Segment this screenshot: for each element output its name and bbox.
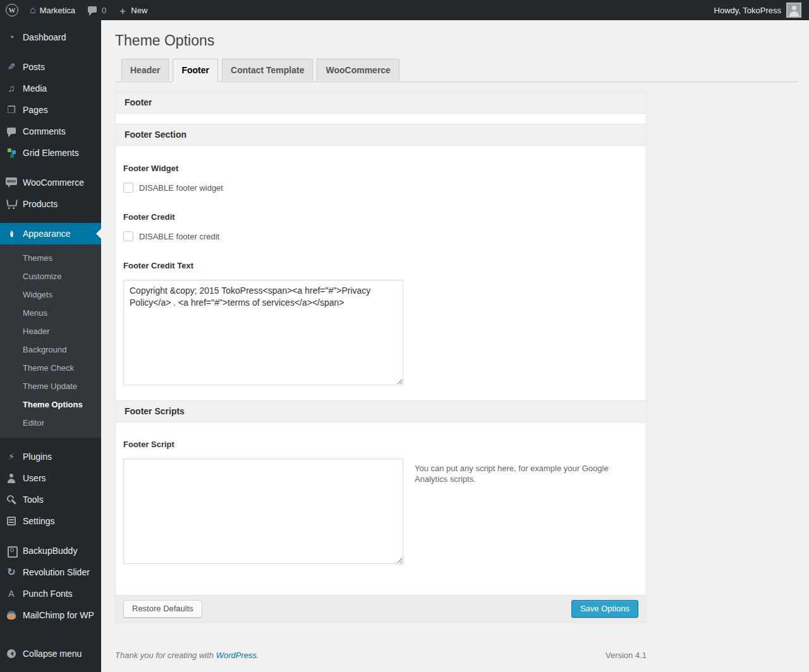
comment-bubble-icon	[87, 4, 98, 16]
sidebar-item-comments[interactable]: Comments	[0, 121, 101, 142]
disable-footer-credit-checkbox[interactable]	[123, 231, 133, 241]
page-footer: Thank you for creating with WordPress. V…	[115, 651, 647, 672]
sidebar-item-label: Grid Elements	[23, 148, 79, 158]
submenu-item-theme-options[interactable]: Theme Options	[0, 395, 101, 414]
account-menu[interactable]: Howdy, TokoPress	[714, 0, 809, 20]
appearance-icon	[6, 228, 17, 239]
sidebar-item-media[interactable]: Media	[0, 78, 101, 99]
sidebar-item-plugins[interactable]: Plugins	[0, 446, 101, 467]
tab-footer[interactable]: Footer	[173, 59, 218, 82]
sidebar-item-punch-fonts[interactable]: Punch Fonts	[0, 583, 101, 604]
restore-defaults-button[interactable]: Restore Defaults	[123, 600, 202, 618]
plus-icon: ＋	[118, 6, 127, 15]
footer-scripts-body: Footer Script You can put any script her…	[116, 440, 646, 564]
sidebar-item-label: Dashboard	[23, 32, 66, 42]
wordpress-logo-menu[interactable]: W	[0, 0, 24, 20]
footer-widget-row: DISABLE footer widget	[123, 183, 638, 193]
footer-script-label: Footer Script	[123, 440, 638, 449]
sidebar-item-settings[interactable]: Settings	[0, 510, 101, 532]
comments-count: 0	[102, 6, 106, 15]
comments-icon	[6, 126, 17, 137]
disable-footer-credit-label[interactable]: DISABLE footer credit	[139, 232, 219, 241]
site-name-menu[interactable]: ⌂ Marketica	[24, 0, 81, 20]
punchfonts-icon	[6, 588, 17, 599]
sidebar-item-dashboard[interactable]: Dashboard	[0, 27, 101, 48]
sidebar-item-users[interactable]: Users	[0, 467, 101, 489]
save-options-button[interactable]: Save Options	[571, 600, 638, 618]
tab-header[interactable]: Header	[121, 59, 169, 81]
footer-script-textarea[interactable]	[123, 459, 403, 564]
disable-footer-widget-label[interactable]: DISABLE footer widget	[139, 183, 223, 193]
submenu-row: Background	[0, 340, 101, 359]
tools-icon	[6, 494, 17, 505]
admin-sidebar: DashboardPostsMediaPagesCommentsGrid Ele…	[0, 20, 101, 672]
submenu-row: Header	[0, 322, 101, 340]
collapse-icon	[6, 648, 17, 659]
sidebar-item-posts[interactable]: Posts	[0, 56, 101, 78]
sidebar-item-label: BackupBuddy	[23, 546, 77, 556]
admin-bar: W ⌂ Marketica 0 ＋ New Howdy, TokoPress	[0, 0, 809, 20]
sidebar-item-label: Posts	[23, 62, 45, 72]
footer-credit-text-textarea[interactable]: Copyright &copy; 2015 TokoPress<span><a …	[123, 280, 403, 385]
sidebar-item-revolution-slider[interactable]: Revolution Slider	[0, 561, 101, 583]
submenu-item-themes[interactable]: Themes	[0, 249, 101, 267]
sidebar-item-grid-elements[interactable]: Grid Elements	[0, 142, 101, 164]
sidebar-item-label: WooCommerce	[23, 177, 84, 188]
appearance-submenu: ThemesCustomizeWidgetsMenusHeaderBackgro…	[0, 244, 101, 438]
panel-header-footer: Footer	[116, 92, 646, 114]
submenu-item-customize[interactable]: Customize	[0, 267, 101, 285]
footer-credit-text-label: Footer Credit Text	[123, 261, 638, 270]
submenu-item-menus[interactable]: Menus	[0, 304, 101, 322]
wordpress-link[interactable]: WordPress	[216, 651, 257, 660]
submenu-row: Widgets	[0, 285, 101, 304]
posts-icon	[6, 61, 17, 73]
sidebar-item-label: Plugins	[23, 452, 52, 462]
users-icon	[6, 472, 17, 484]
disable-footer-widget-checkbox[interactable]	[123, 183, 133, 193]
submenu-row: Themes	[0, 249, 101, 267]
sidebar-item-collapse-menu[interactable]: Collapse menu	[0, 643, 101, 664]
sidebar-item-woocommerce[interactable]: WooCommerce	[0, 172, 101, 193]
main-content: Theme Options HeaderFooterContact Templa…	[101, 0, 809, 672]
sidebar-item-mailchimp-for-wp[interactable]: MailChimp for WP	[0, 604, 101, 626]
sidebar-item-label: Tools	[23, 495, 44, 505]
submenu-row: Theme Options	[0, 395, 101, 414]
submenu-item-editor[interactable]: Editor	[0, 414, 101, 432]
submenu-row: Theme Update	[0, 377, 101, 395]
avatar	[786, 3, 801, 18]
sidebar-item-pages[interactable]: Pages	[0, 99, 101, 121]
tab-woocommerce[interactable]: WooCommerce	[317, 59, 399, 81]
sidebar-item-label: Appearance	[23, 229, 71, 239]
tab-contact-template[interactable]: Contact Template	[222, 59, 313, 81]
sidebar-item-products[interactable]: Products	[0, 193, 101, 215]
comments-shortcut[interactable]: 0	[81, 0, 112, 20]
footer-script-help: You can put any script here, for example…	[415, 463, 611, 484]
sidebar-item-backupbuddy[interactable]: BackupBuddy	[0, 540, 101, 561]
backupbuddy-icon	[6, 545, 17, 556]
sidebar-item-tools[interactable]: Tools	[0, 489, 101, 510]
section-header-footer-section: Footer Section	[116, 124, 646, 146]
submenu-item-background[interactable]: Background	[0, 340, 101, 359]
sidebar-item-label: Comments	[23, 126, 66, 136]
theme-options-panel: Footer Footer Section Footer Widget DISA…	[115, 92, 647, 623]
dashboard-icon	[6, 32, 17, 43]
woocommerce-icon	[6, 177, 17, 188]
submenu-row: Editor	[0, 414, 101, 432]
plugins-icon	[6, 451, 17, 462]
howdy-text: Howdy, TokoPress	[714, 6, 781, 15]
sidebar-item-label: Users	[23, 473, 46, 483]
footer-script-row: You can put any script here, for example…	[123, 449, 638, 564]
submenu-item-theme-update[interactable]: Theme Update	[0, 377, 101, 395]
section-header-footer-scripts: Footer Scripts	[116, 400, 646, 423]
version-text: Version 4.1	[605, 651, 647, 660]
submenu-item-theme-check[interactable]: Theme Check	[0, 359, 101, 377]
submenu-item-widgets[interactable]: Widgets	[0, 285, 101, 304]
submenu-item-header[interactable]: Header	[0, 322, 101, 340]
sidebar-item-label: Punch Fonts	[23, 589, 73, 599]
new-content-menu[interactable]: ＋ New	[112, 0, 153, 20]
wordpress-logo-icon: W	[6, 4, 18, 16]
sidebar-item-appearance[interactable]: Appearance	[0, 223, 101, 244]
site-name: Marketica	[40, 6, 75, 15]
sidebar-item-label: MailChimp for WP	[23, 610, 94, 620]
revslider-icon	[6, 567, 17, 578]
